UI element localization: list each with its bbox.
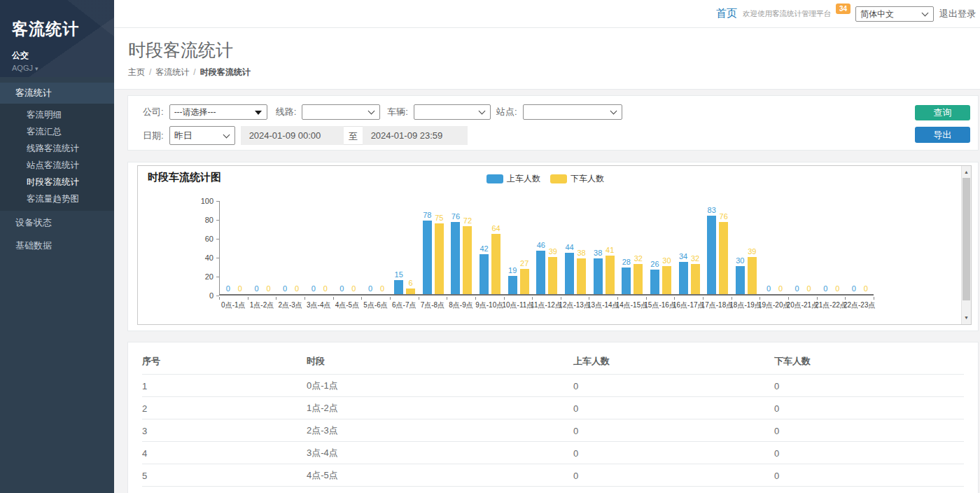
bar-group: 00 bbox=[276, 284, 305, 294]
legend-item[interactable]: 上车人数 bbox=[486, 173, 540, 185]
line-select[interactable] bbox=[302, 104, 380, 120]
scroll-up-icon[interactable]: ▲ bbox=[962, 167, 971, 177]
vehicle-select[interactable] bbox=[414, 104, 491, 120]
bar-value-label: 83 bbox=[708, 206, 716, 215]
bar-value-label: 72 bbox=[463, 216, 472, 225]
legend-item[interactable]: 下车人数 bbox=[550, 173, 604, 185]
bar-value-label: 38 bbox=[594, 249, 602, 258]
bar-value-label: 38 bbox=[577, 249, 585, 258]
bar bbox=[508, 276, 517, 294]
company-select[interactable]: ---请选择--- bbox=[169, 104, 267, 120]
sidebar-subitem[interactable]: 时段客流统计 bbox=[0, 174, 114, 190]
x-axis-label: 1点-2点 bbox=[250, 300, 274, 310]
bar-column: 0 bbox=[833, 284, 842, 294]
table-cell: 5点-6点 bbox=[307, 487, 573, 493]
x-axis-tick bbox=[219, 297, 220, 300]
table-header-row: 序号 时段 上车人数 下车人数 bbox=[142, 347, 964, 375]
x-axis-tick bbox=[703, 297, 704, 300]
bar-group: 2832 bbox=[618, 254, 647, 294]
bar bbox=[406, 289, 415, 294]
bar-column: 30 bbox=[662, 256, 671, 295]
x-axis-label: 3点-4点 bbox=[307, 300, 330, 310]
bar-column: 0 bbox=[293, 284, 302, 294]
bar-value-label: 0 bbox=[323, 284, 328, 293]
bar bbox=[451, 222, 460, 294]
bar bbox=[565, 253, 574, 294]
sidebar-item-device-status[interactable]: 设备状态 bbox=[0, 211, 114, 234]
sidebar-subitem[interactable]: 客流汇总 bbox=[0, 123, 114, 140]
table-cell: 5 bbox=[142, 464, 307, 487]
y-axis-label: 40 bbox=[191, 254, 214, 262]
bar-value-label: 27 bbox=[520, 259, 528, 268]
date-preset-select[interactable]: 昨日 bbox=[169, 126, 235, 145]
sidebar-subitem[interactable]: 客流量趋势图 bbox=[0, 190, 114, 207]
bar bbox=[679, 262, 688, 294]
table-row: 21点-2点00 bbox=[142, 397, 964, 419]
bar-value-label: 26 bbox=[650, 260, 659, 269]
x-axis-label: 13点-14点 bbox=[587, 300, 620, 310]
bar-column: 34 bbox=[679, 252, 688, 294]
bar bbox=[479, 254, 489, 294]
bar bbox=[520, 269, 529, 294]
bar-group: 8376 bbox=[704, 206, 732, 294]
chart-plot: 0000000000001567875767242641927463944383… bbox=[219, 201, 874, 296]
x-axis-tick bbox=[561, 297, 561, 300]
breadcrumb-item-home[interactable]: 主页 bbox=[128, 67, 145, 77]
export-button[interactable]: 导出 bbox=[915, 127, 970, 143]
x-axis-label: 14点-15点 bbox=[616, 300, 648, 310]
breadcrumb: 主页/客流统计/时段客流统计 bbox=[128, 67, 980, 78]
bar bbox=[423, 221, 432, 294]
bar-column: 46 bbox=[536, 241, 545, 294]
bar-group: 4264 bbox=[476, 224, 505, 294]
bar bbox=[536, 251, 545, 294]
logout-link[interactable]: 退出登录 bbox=[939, 8, 977, 20]
bar-column: 41 bbox=[606, 246, 615, 294]
bar-value-label: 0 bbox=[766, 284, 771, 293]
sidebar-subitem[interactable]: 客流明细 bbox=[0, 106, 114, 123]
sidebar: 客流统计 公交 AQGJ ▾ 客流统计 客流明细客流汇总线路客流统计站点客流统计… bbox=[0, 0, 114, 493]
scroll-down-icon[interactable]: ▼ bbox=[962, 312, 971, 323]
chart-scrollbar[interactable]: ▲ ▼ bbox=[961, 166, 971, 324]
bar bbox=[736, 266, 745, 295]
chart-panel: 时段车流统计图 上车人数下车人数 020406080100 0000000000… bbox=[127, 162, 979, 331]
bar bbox=[435, 223, 444, 294]
bar-value-label: 39 bbox=[748, 247, 756, 256]
sidebar-item-base-data[interactable]: 基础数据 bbox=[0, 234, 114, 257]
bar-group: 00 bbox=[817, 284, 846, 294]
bar bbox=[491, 234, 500, 294]
bar-column: 75 bbox=[435, 214, 444, 294]
x-axis-tick bbox=[589, 297, 589, 300]
bar-column: 76 bbox=[451, 212, 460, 294]
station-select[interactable] bbox=[523, 104, 622, 120]
bar-column: 0 bbox=[861, 284, 870, 294]
query-button[interactable]: 查询 bbox=[915, 105, 970, 120]
x-axis-label: 0点-1点 bbox=[221, 300, 245, 310]
bar bbox=[594, 258, 603, 294]
x-axis-label: 7点-8点 bbox=[421, 300, 444, 310]
bar-value-label: 42 bbox=[479, 244, 488, 254]
bar bbox=[662, 266, 671, 295]
x-axis-label: 18点-19点 bbox=[729, 300, 762, 310]
date-end-input[interactable] bbox=[363, 126, 468, 145]
table-cell: 3 bbox=[142, 419, 307, 442]
bar-value-label: 0 bbox=[312, 284, 316, 293]
bar-column: 6 bbox=[406, 279, 415, 294]
bar-column: 0 bbox=[764, 284, 773, 294]
notification-badge[interactable]: 34 bbox=[836, 4, 850, 14]
sidebar-subitem[interactable]: 线路客流统计 bbox=[0, 140, 114, 157]
bar-value-label: 0 bbox=[266, 284, 270, 293]
account-dropdown[interactable]: AQGJ ▾ bbox=[12, 64, 102, 72]
sidebar-item-passenger-stats[interactable]: 客流统计 bbox=[0, 83, 114, 104]
language-select[interactable]: 简体中文 bbox=[855, 6, 934, 22]
line-label: 线路: bbox=[276, 106, 297, 118]
bar-group: 00 bbox=[846, 284, 874, 294]
home-link[interactable]: 首页 bbox=[716, 7, 737, 20]
scroll-thumb[interactable] bbox=[962, 178, 970, 300]
table-cell: 0 bbox=[774, 397, 964, 419]
bar-column: 72 bbox=[463, 216, 472, 294]
sidebar-subitem[interactable]: 站点客流统计 bbox=[0, 157, 114, 174]
breadcrumb-item-passenger-stats[interactable]: 客流统计 bbox=[155, 67, 189, 77]
date-start-input[interactable] bbox=[241, 126, 344, 145]
bar-column: 83 bbox=[707, 206, 716, 294]
x-axis-tick bbox=[390, 297, 391, 300]
